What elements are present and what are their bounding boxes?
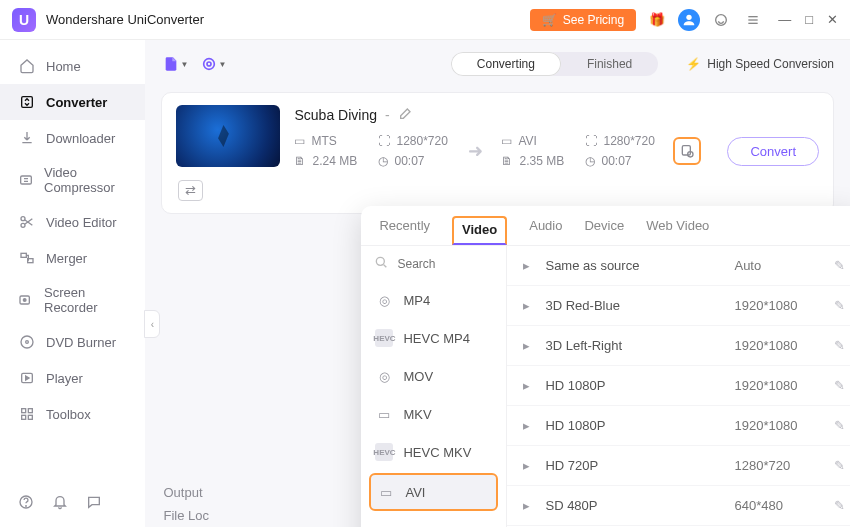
sidebar-item-converter[interactable]: Converter — [0, 84, 145, 120]
video-thumbnail[interactable] — [176, 105, 280, 167]
clock-icon: ◷ — [378, 154, 388, 168]
edit-preset-icon[interactable]: ✎ — [834, 498, 845, 513]
sidebar-item-downloader[interactable]: Downloader — [0, 120, 145, 156]
src-format: MTS — [311, 134, 336, 148]
sidebar-item-toolbox[interactable]: Toolbox — [0, 396, 145, 432]
sidebar: Home Converter Downloader Video Compress… — [0, 40, 145, 527]
add-url-button[interactable]: ▼ — [199, 50, 227, 78]
preset-row[interactable]: ▸HD 1080P1920*1080✎ — [507, 406, 850, 446]
window-close-button[interactable]: ✕ — [827, 12, 838, 27]
edit-title-icon[interactable] — [398, 105, 414, 124]
menu-icon[interactable] — [742, 9, 764, 31]
edit-preset-icon[interactable]: ✎ — [834, 338, 845, 353]
gift-icon[interactable]: 🎁 — [646, 9, 668, 31]
converter-icon — [18, 93, 36, 111]
support-icon[interactable] — [710, 9, 732, 31]
bell-icon[interactable] — [52, 494, 68, 513]
sidebar-label: Downloader — [46, 131, 115, 146]
popup-tab-video[interactable]: Video — [452, 216, 507, 245]
play-box-icon: ▸ — [523, 458, 545, 473]
popup-tab-audio[interactable]: Audio — [529, 218, 562, 245]
edit-preset-icon[interactable]: ✎ — [834, 378, 845, 393]
edit-preset-icon[interactable]: ✎ — [834, 298, 845, 313]
sidebar-item-merger[interactable]: Merger — [0, 240, 145, 276]
high-speed-toggle[interactable]: ⚡ High Speed Conversion — [686, 57, 834, 71]
collapse-sidebar-button[interactable]: ‹ — [144, 310, 160, 338]
status-segmented: Converting Finished — [451, 52, 658, 76]
format-wmv[interactable]: ▭WMV — [361, 513, 506, 527]
main-area: ‹ ▼ ▼ Converting Finished ⚡ High Speed C… — [145, 40, 850, 527]
preset-row[interactable]: ▸3D Left-Right1920*1080✎ — [507, 326, 850, 366]
sidebar-item-compressor[interactable]: Video Compressor — [0, 156, 145, 204]
preset-label: SD 480P — [545, 498, 734, 513]
popup-tab-recently[interactable]: Recently — [379, 218, 430, 245]
preset-row[interactable]: ▸3D Red-Blue1920*1080✎ — [507, 286, 850, 326]
output-settings-button[interactable] — [673, 137, 701, 165]
preset-label: HD 1080P — [545, 418, 734, 433]
see-pricing-button[interactable]: 🛒 See Pricing — [530, 9, 636, 31]
preset-row[interactable]: ▸SD 480P640*480✎ — [507, 486, 850, 526]
preset-row[interactable]: ▸HD 1080P1920*1080✎ — [507, 366, 850, 406]
preset-label: 3D Red-Blue — [545, 298, 734, 313]
format-hevc-mp4[interactable]: HEVCHEVC MP4 — [361, 319, 506, 357]
add-file-button[interactable]: ▼ — [161, 50, 189, 78]
person-icon — [681, 12, 697, 28]
svg-rect-18 — [22, 415, 26, 419]
format-mov[interactable]: ◎MOV — [361, 357, 506, 395]
chevron-down-icon: ▼ — [181, 60, 189, 69]
home-icon — [18, 57, 36, 75]
svg-rect-9 — [21, 253, 26, 257]
app-logo: U — [12, 8, 36, 32]
disc-icon — [18, 333, 36, 351]
edit-preset-icon[interactable]: ✎ — [834, 458, 845, 473]
sidebar-item-editor[interactable]: Video Editor — [0, 204, 145, 240]
preset-res: 1920*1080 — [734, 418, 834, 433]
download-icon — [18, 129, 36, 147]
format-search[interactable] — [361, 246, 506, 281]
popup-tab-device[interactable]: Device — [584, 218, 624, 245]
format-label: MOV — [403, 369, 433, 384]
tab-converting[interactable]: Converting — [451, 52, 561, 76]
svg-point-23 — [207, 62, 211, 66]
format-hevc-mkv[interactable]: HEVCHEVC MKV — [361, 433, 506, 471]
sidebar-item-home[interactable]: Home — [0, 48, 145, 84]
popup-tab-web[interactable]: Web Video — [646, 218, 709, 245]
cart-icon: 🛒 — [542, 13, 557, 27]
format-mkv[interactable]: ▭MKV — [361, 395, 506, 433]
svg-point-22 — [203, 59, 214, 70]
feedback-icon[interactable] — [86, 494, 102, 513]
dst-resolution: 1280*720 — [603, 134, 654, 148]
popup-tabs: Recently Video Audio Device Web Video — [361, 206, 850, 245]
svg-point-8 — [21, 223, 25, 227]
titlebar: U Wondershare UniConverter 🛒 See Pricing… — [0, 0, 850, 40]
window-minimize-button[interactable]: — — [778, 12, 791, 27]
format-mp4[interactable]: ◎MP4 — [361, 281, 506, 319]
play-box-icon: ▸ — [523, 258, 545, 273]
sidebar-label: Toolbox — [46, 407, 91, 422]
merge-icon[interactable]: ⇄ — [178, 180, 203, 201]
sidebar-item-dvd[interactable]: DVD Burner — [0, 324, 145, 360]
help-icon[interactable] — [18, 494, 34, 513]
dst-size: 2.35 MB — [519, 154, 564, 168]
edit-preset-icon[interactable]: ✎ — [834, 418, 845, 433]
preset-row[interactable]: ▸Same as sourceAuto✎ — [507, 246, 850, 286]
edit-preset-icon[interactable]: ✎ — [834, 258, 845, 273]
svg-rect-19 — [28, 415, 32, 419]
video-title: Scuba Diving — [294, 107, 377, 123]
search-input[interactable] — [397, 257, 487, 271]
file-icon: 🗎 — [501, 154, 513, 168]
convert-button[interactable]: Convert — [727, 137, 819, 166]
hevc-icon: HEVC — [375, 329, 393, 347]
dst-format: AVI — [518, 134, 536, 148]
svg-point-7 — [21, 217, 25, 221]
preset-row[interactable]: ▸HD 720P1280*720✎ — [507, 446, 850, 486]
sidebar-item-recorder[interactable]: Screen Recorder — [0, 276, 145, 324]
user-avatar[interactable] — [678, 9, 700, 31]
tab-finished[interactable]: Finished — [561, 52, 658, 76]
sidebar-item-player[interactable]: Player — [0, 360, 145, 396]
play-box-icon: ▸ — [523, 298, 545, 313]
window-maximize-button[interactable]: □ — [805, 12, 813, 27]
compress-icon — [18, 171, 34, 189]
format-avi[interactable]: ▭AVI — [369, 473, 498, 511]
svg-point-26 — [377, 257, 385, 265]
